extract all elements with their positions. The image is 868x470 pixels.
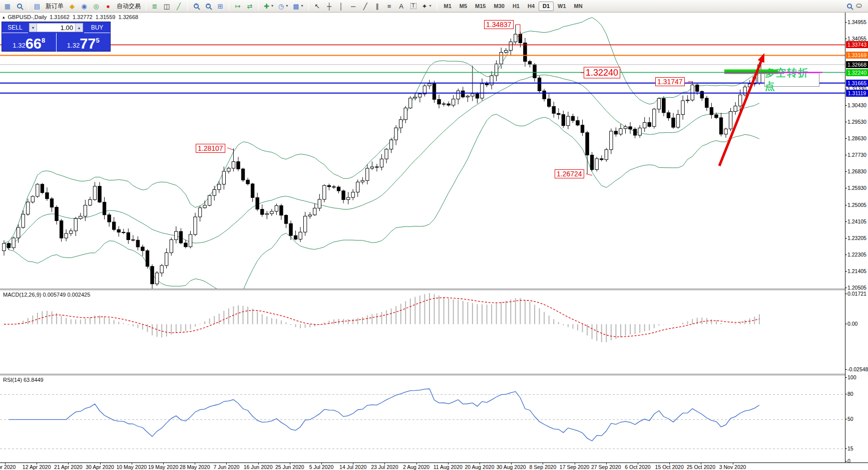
chat-icon[interactable] xyxy=(856,4,862,8)
charts-grid-icon[interactable]: ▦ xyxy=(2,1,13,12)
candle-body xyxy=(308,215,311,216)
print-preview-icon[interactable] xyxy=(14,1,25,12)
volume-increase-button[interactable]: ▲ xyxy=(75,23,83,32)
candle-body xyxy=(3,244,6,251)
new-order-icon[interactable]: ▤ xyxy=(32,1,43,12)
trendline-icon[interactable]: ╱ xyxy=(360,1,371,12)
price-tick: 1.29530 xyxy=(847,119,866,125)
macd-pane-divider[interactable] xyxy=(0,289,868,290)
periods-icon[interactable]: ◷▾ xyxy=(276,1,290,12)
macd-tick: 0.00 xyxy=(847,321,857,327)
horizontal-line-icon[interactable]: ─ xyxy=(348,1,359,12)
candle-body xyxy=(41,184,44,193)
bars-chart-icon[interactable]: ≣ xyxy=(149,1,160,12)
date-tick xyxy=(543,463,543,464)
crosshair-icon[interactable]: ┼ xyxy=(324,1,335,12)
price-tick: 1.21405 xyxy=(847,268,866,274)
timeframe-button-w1[interactable]: W1 xyxy=(554,2,570,11)
date-label: 30 Apr 2020 xyxy=(86,464,114,470)
date-tick xyxy=(448,463,449,464)
dropdown-arrow-icon[interactable]: ▾ xyxy=(429,4,431,8)
candle-body xyxy=(481,84,484,98)
buy-price[interactable]: 1.32 77 5 xyxy=(57,33,111,52)
vertical-line-icon[interactable]: │ xyxy=(336,1,347,12)
bull-bear-turning-point-note[interactable]: 多空转折点 xyxy=(764,73,819,87)
price-callout-1.28107[interactable]: 1.28107 xyxy=(196,144,225,153)
timeframe-button-m30[interactable]: M30 xyxy=(490,2,508,11)
text-icon[interactable]: A xyxy=(396,1,407,12)
candle-body xyxy=(117,229,120,232)
candle-body xyxy=(346,197,349,199)
arrows-icon[interactable]: ✦▾ xyxy=(420,1,433,12)
candle-body xyxy=(442,104,445,104)
buy-button[interactable]: BUY xyxy=(84,22,110,33)
timeframe-button-h4[interactable]: H4 xyxy=(524,2,539,11)
candle-body xyxy=(65,233,68,238)
timeframe-button-m5[interactable]: M5 xyxy=(456,2,471,11)
zoom-out-icon: - xyxy=(206,4,211,9)
date-axis[interactable]: Apr 202012 Apr 202021 Apr 202030 Apr 202… xyxy=(0,462,868,470)
timeframe-button-d1[interactable]: D1 xyxy=(539,2,554,11)
candle-body xyxy=(500,52,503,64)
tile-windows-icon[interactable]: ⊞ xyxy=(215,1,226,12)
candle-body xyxy=(528,62,531,65)
collapse-icon[interactable]: ▴ xyxy=(3,15,5,20)
zoom-out-icon[interactable]: - xyxy=(203,1,214,12)
candle-body xyxy=(31,196,34,202)
timeframe-button-mn[interactable]: MN xyxy=(570,2,587,11)
price-callout-1.32240[interactable]: 1.32240 xyxy=(584,67,620,78)
candle-body xyxy=(471,94,474,96)
signals-icon[interactable]: ◎ xyxy=(91,1,102,12)
rsi-pane-divider[interactable] xyxy=(0,374,868,375)
timeframe-button-m15[interactable]: M15 xyxy=(471,2,490,11)
candle-body xyxy=(165,253,168,265)
clean-charts-icon[interactable]: ◆ xyxy=(67,1,78,12)
cursor-icon[interactable]: ↖ xyxy=(312,1,323,12)
autotrade-label[interactable]: 自动交易 xyxy=(115,1,143,12)
label-icon[interactable]: T xyxy=(408,1,419,12)
sell-price[interactable]: 1.32 66 8 xyxy=(2,33,57,52)
line-chart-icon[interactable]: ╱ xyxy=(173,1,184,12)
timeframe-button-m1[interactable]: M1 xyxy=(440,2,456,11)
sell-button[interactable]: SELL xyxy=(2,22,28,33)
dropdown-arrow-icon[interactable]: ▾ xyxy=(286,4,288,8)
date-tick xyxy=(195,463,195,464)
price-callout-1.26724[interactable]: 1.26724 xyxy=(555,169,584,178)
candle-body xyxy=(237,162,240,169)
chart-shift-icon[interactable]: ⇄ xyxy=(244,1,255,12)
price-callout-1.31747[interactable]: 1.31747 xyxy=(655,77,685,86)
candle-body xyxy=(342,191,345,199)
channel-icon[interactable]: ∥ xyxy=(372,1,383,12)
indicators-icon[interactable]: ✚▾ xyxy=(262,1,275,12)
clean-charts-icon: ◆ xyxy=(70,3,75,10)
new-order-label[interactable]: 新订单 xyxy=(44,1,66,12)
fibonacci-icon[interactable]: ≡ xyxy=(384,1,395,12)
price-chart[interactable] xyxy=(0,13,845,289)
candle-body xyxy=(356,182,359,192)
volume-input[interactable] xyxy=(37,23,75,32)
price-axis[interactable]: 1.349551.340551.313301.304301.295301.286… xyxy=(845,13,868,462)
macd-pane[interactable] xyxy=(0,290,845,374)
candlestick-chart-icon[interactable]: ◫ xyxy=(161,1,172,12)
volume-decrease-button[interactable]: ▼ xyxy=(29,23,37,32)
auto-scroll-icon[interactable]: ↦ xyxy=(232,1,243,12)
timeframe-button-h1[interactable]: H1 xyxy=(509,2,524,11)
candle-body xyxy=(74,218,77,231)
candle-body xyxy=(337,187,340,191)
dropdown-arrow-icon[interactable]: ▾ xyxy=(271,4,273,8)
date-tick xyxy=(669,463,670,464)
label-icon: T xyxy=(410,3,416,9)
price-callout-1.34837[interactable]: 1.34837 xyxy=(484,20,514,29)
zoom-in-icon[interactable]: + xyxy=(191,1,202,12)
autotrade-icon[interactable]: ● xyxy=(103,1,114,12)
candle-body xyxy=(452,99,455,105)
candle-body xyxy=(643,122,646,128)
rsi-pane[interactable] xyxy=(0,375,845,462)
candle-body xyxy=(270,211,273,214)
search-icon[interactable] xyxy=(847,4,852,9)
horizontal-line-icon: ─ xyxy=(351,3,355,10)
candle-body xyxy=(36,184,39,196)
expert-advisors-icon[interactable]: ◉ xyxy=(79,1,90,12)
templates-icon[interactable]: ▩▾ xyxy=(291,1,305,12)
dropdown-arrow-icon[interactable]: ▾ xyxy=(301,4,303,8)
